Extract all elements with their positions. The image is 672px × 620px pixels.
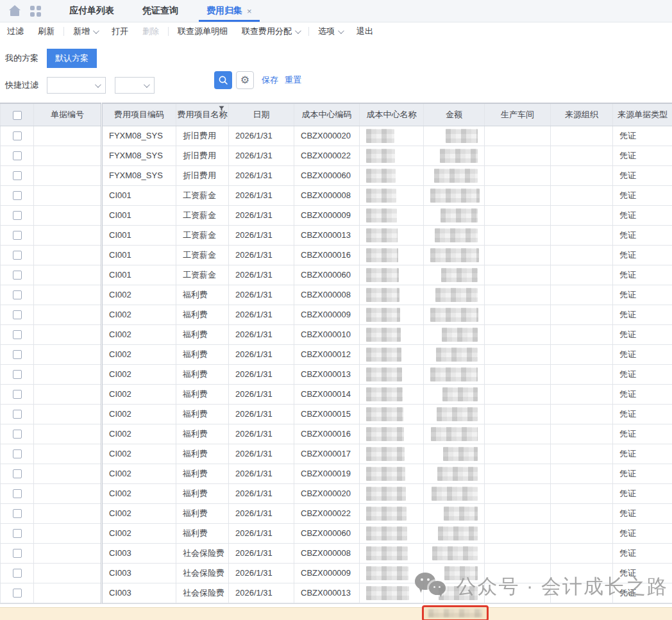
cell-cost_center_code: CBZX000060 [294,165,360,185]
cell-amount [424,265,485,285]
settings-button[interactable]: ⚙ [236,71,254,89]
column-header-expense_name[interactable]: 费用项目名称 [176,103,229,126]
tab-2[interactable]: 费用归集× [192,0,266,22]
row-checkbox[interactable] [13,211,22,220]
cell-expense_name: 福利费 [176,424,229,444]
column-header-source_type[interactable]: 来源单据类型 [613,103,672,126]
column-header-cost_center_name[interactable]: 成本中心名称 [360,103,424,126]
row-checkbox[interactable] [13,430,22,439]
select-all-checkbox[interactable] [13,111,22,120]
default-scheme-button[interactable]: 默认方案 [47,49,97,68]
row-checkbox[interactable] [13,251,22,260]
cell-amount [424,225,485,245]
cell-cost_center_code: CBZX000008 [294,285,360,305]
row-checkbox[interactable] [13,569,22,578]
cell-doc_no [34,543,102,563]
column-header-label: 来源组织 [565,110,598,119]
row-checkbox[interactable] [13,489,22,498]
cell-source_org [551,305,613,324]
toolbar-button-11[interactable]: 退出 [349,26,380,37]
column-header-doc_no[interactable]: 单据编号 [34,103,102,126]
row-checkbox[interactable] [13,449,22,458]
search-button[interactable] [214,71,232,89]
reset-link[interactable]: 重置 [285,74,301,86]
row-checkbox[interactable] [13,151,22,160]
table-row[interactable]: CI002福利费2026/1/31CBZX000020凭证 [1,483,672,503]
table-row[interactable]: CI002福利费2026/1/31CBZX000009凭证 [1,305,672,324]
row-checkbox[interactable] [13,549,22,558]
column-header-label: 生产车间 [501,110,534,119]
save-link[interactable]: 保存 [262,74,278,86]
table-row[interactable]: CI002福利费2026/1/31CBZX000014凭证 [1,384,672,404]
cost_center_name-redacted [366,189,396,203]
cell-cost_center_code: CBZX000013 [294,225,360,245]
table-row[interactable]: CI002福利费2026/1/31CBZX000022凭证 [1,503,672,523]
table-row[interactable]: CI002福利费2026/1/31CBZX000012凭证 [1,344,672,364]
table-row[interactable]: FYXM08_SYS折旧费用2026/1/31CBZX000020凭证 [1,126,672,146]
table-row[interactable]: CI001工资薪金2026/1/31CBZX000013凭证 [1,225,672,245]
table-row[interactable]: CI001工资薪金2026/1/31CBZX000060凭证 [1,265,672,285]
column-header-cost_center_code[interactable]: 成本中心编码 [294,103,360,126]
toolbar-button-3[interactable]: 新增 [66,26,105,37]
table-row[interactable]: CI003社会保险费2026/1/31CBZX000013凭证 [1,583,672,603]
row-checkbox[interactable] [13,370,22,379]
column-header-workshop[interactable]: 生产车间 [485,103,551,126]
amount-redacted [436,348,478,362]
table-row[interactable]: CI002福利费2026/1/31CBZX000060凭证 [1,523,672,543]
table-row[interactable]: CI002福利费2026/1/31CBZX000015凭证 [1,404,672,424]
quick-filter-select-2[interactable] [115,77,155,94]
table-row[interactable]: CI001工资薪金2026/1/31CBZX000016凭证 [1,245,672,265]
cell-checkbox [1,305,34,324]
row-checkbox[interactable] [13,350,22,359]
table-row[interactable]: CI002福利费2026/1/31CBZX000008凭证 [1,285,672,305]
row-checkbox[interactable] [13,509,22,518]
tab-close-icon[interactable]: × [247,7,252,15]
toolbar-button-7[interactable]: 联查源单明细 [171,26,235,37]
row-checkbox[interactable] [13,330,22,339]
quick-filter-select-1[interactable] [47,77,106,94]
cell-doc_no [34,265,102,285]
tab-1[interactable]: 凭证查询 [128,0,192,22]
table-row[interactable]: CI001工资薪金2026/1/31CBZX000009凭证 [1,205,672,225]
row-checkbox[interactable] [13,469,22,478]
toolbar-button-10[interactable]: 选项 [311,26,349,37]
row-checkbox[interactable] [13,390,22,399]
filter-funnel-icon[interactable] [219,106,224,112]
tab-0[interactable]: 应付单列表 [55,0,128,22]
row-checkbox[interactable] [13,171,22,180]
row-checkbox[interactable] [13,310,22,319]
row-checkbox[interactable] [13,131,22,140]
table-row[interactable]: CI003社会保险费2026/1/31CBZX000008凭证 [1,543,672,563]
table-row[interactable]: FYXM08_SYS折旧费用2026/1/31CBZX000022凭证 [1,146,672,165]
app-grid-icon[interactable] [30,6,41,17]
table-row[interactable]: CI002福利费2026/1/31CBZX000016凭证 [1,424,672,444]
toolbar-button-4[interactable]: 打开 [105,26,135,37]
home-icon[interactable] [8,5,21,17]
table-row[interactable]: CI002福利费2026/1/31CBZX000019凭证 [1,464,672,483]
table-row[interactable]: CI003社会保险费2026/1/31CBZX000009凭证 [1,563,672,583]
row-checkbox[interactable] [13,290,22,299]
cell-expense_name: 福利费 [176,384,229,404]
table-row[interactable]: CI001工资薪金2026/1/31CBZX000008凭证 [1,185,672,205]
toolbar-button-8[interactable]: 联查费用分配 [235,26,307,37]
column-header-amount[interactable]: 金额 [424,103,485,126]
row-checkbox[interactable] [13,529,22,538]
row-checkbox[interactable] [13,271,22,280]
toolbar-button-1[interactable]: 刷新 [31,26,62,37]
column-header-date[interactable]: 日期 [229,103,294,126]
column-header-label: 日期 [253,110,270,119]
row-checkbox[interactable] [13,191,22,200]
toolbar-button-0[interactable]: 过滤 [0,26,31,37]
row-checkbox[interactable] [13,231,22,240]
row-checkbox[interactable] [13,589,22,598]
cell-workshop [485,523,551,543]
column-header-expense_code[interactable]: 费用项目编码 [102,103,176,126]
cell-amount [424,245,485,265]
table-row[interactable]: CI002福利费2026/1/31CBZX000017凭证 [1,444,672,464]
table-row[interactable]: FYXM08_SYS折旧费用2026/1/31CBZX000060凭证 [1,165,672,185]
column-header-source_org[interactable]: 来源组织 [551,103,613,126]
row-checkbox[interactable] [13,410,22,419]
cost_center_name-redacted [366,328,401,342]
table-row[interactable]: CI002福利费2026/1/31CBZX000013凭证 [1,364,672,384]
table-row[interactable]: CI002福利费2026/1/31CBZX000010凭证 [1,324,672,344]
